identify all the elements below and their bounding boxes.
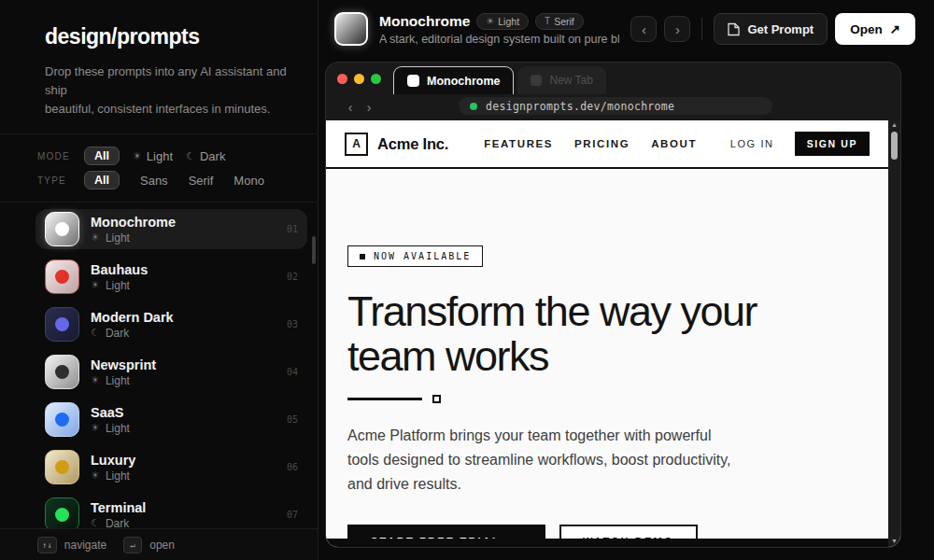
app-title: design/prompts bbox=[45, 24, 290, 49]
zoom-window-icon[interactable] bbox=[371, 74, 381, 84]
sidebar-header: design/prompts Drop these prompts into a… bbox=[0, 0, 318, 133]
theme-number: 04 bbox=[287, 367, 298, 377]
theme-number: 01 bbox=[287, 224, 298, 234]
prev-theme-button[interactable]: ‹ bbox=[630, 16, 657, 42]
login-link[interactable]: LOG IN bbox=[730, 138, 774, 149]
nav-link-features[interactable]: FEATURES bbox=[484, 138, 553, 149]
theme-number: 02 bbox=[287, 272, 298, 282]
theme-swatch-icon bbox=[45, 212, 79, 246]
theme-mode: Light bbox=[106, 469, 130, 483]
scroll-up-icon[interactable]: ▲ bbox=[891, 120, 898, 130]
detail-header: Monochrome ☀Light TSerif A stark, editor… bbox=[318, 0, 934, 58]
mode-light-label: Light bbox=[147, 149, 173, 163]
scroll-down-icon[interactable]: ▼ bbox=[891, 537, 898, 546]
light-mode-badge: ☀Light bbox=[476, 13, 529, 30]
mode-filter-all[interactable]: All bbox=[84, 147, 120, 165]
sun-icon: ☀ bbox=[91, 279, 100, 291]
theme-name: Monochrome bbox=[91, 215, 276, 230]
theme-swatch-icon bbox=[45, 307, 79, 342]
list-item-saas[interactable]: SaaS ☀Light 05 bbox=[35, 399, 307, 440]
theme-name: SaaS bbox=[91, 405, 276, 420]
theme-mode: Light bbox=[106, 279, 130, 292]
sun-icon: ☀ bbox=[91, 469, 100, 482]
swatch-dot bbox=[55, 365, 69, 379]
enter-key-icon: ↵ bbox=[123, 537, 142, 553]
page-viewport: A Acme Inc. FEATURES PRICING ABOUT LOG I… bbox=[326, 120, 900, 547]
hero-headline: Transform the way your team works bbox=[347, 289, 870, 379]
swatch-dot bbox=[55, 270, 69, 284]
signup-button[interactable]: SIGN UP bbox=[795, 132, 870, 156]
detail-description: A stark, editorial design system built o… bbox=[379, 33, 619, 46]
moon-icon: ☾ bbox=[91, 327, 100, 339]
theme-number: 07 bbox=[287, 510, 298, 520]
site-nav: A Acme Inc. FEATURES PRICING ABOUT LOG I… bbox=[326, 120, 888, 169]
url-bar[interactable]: designprompts.dev/monochrome bbox=[459, 97, 772, 115]
sun-icon: ☀ bbox=[91, 374, 100, 386]
theme-mode: Dark bbox=[106, 327, 129, 340]
preview-area: Monochrome New Tab ‹ › designprompts.dev… bbox=[318, 58, 934, 560]
sidebar-scrollbar[interactable] bbox=[312, 236, 316, 264]
theme-name: Newsprint bbox=[91, 357, 276, 372]
chevron-left-icon: ‹ bbox=[642, 21, 646, 37]
theme-number: 03 bbox=[287, 319, 298, 329]
mode-filter-light[interactable]: ☀Light bbox=[133, 149, 173, 163]
next-section-strip bbox=[326, 539, 888, 547]
theme-list: Monochrome ☀Light 01 Bauhaus ☀Light 02 M… bbox=[0, 203, 318, 560]
theme-swatch-icon bbox=[45, 497, 79, 532]
sun-icon: ☀ bbox=[486, 16, 494, 26]
serif-t-icon: T bbox=[545, 16, 550, 26]
filters: MODE All ☀Light ☾Dark TYPE All Sans Seri… bbox=[0, 133, 318, 203]
minimize-window-icon[interactable] bbox=[354, 74, 364, 84]
type-filter-mono[interactable]: Mono bbox=[234, 174, 264, 188]
theme-name: Bauhaus bbox=[91, 262, 276, 277]
open-button[interactable]: Open ↗ bbox=[835, 13, 915, 45]
theme-mode: Light bbox=[106, 422, 130, 435]
type-filter-serif[interactable]: Serif bbox=[189, 174, 214, 188]
browser-toolbar: ‹ › designprompts.dev/monochrome bbox=[326, 94, 900, 120]
hero-paragraph: Acme Platform brings your team together … bbox=[347, 424, 870, 497]
list-item-luxury[interactable]: Luxury ☀Light 06 bbox=[35, 447, 307, 487]
theme-name: Luxury bbox=[91, 453, 276, 468]
nav-link-about[interactable]: ABOUT bbox=[651, 138, 697, 149]
keyboard-hints: ↑↓ navigate ↵ open bbox=[0, 528, 318, 560]
browser-tabstrip: Monochrome New Tab bbox=[326, 63, 900, 94]
page-scrollbar[interactable]: ▲ ▼ bbox=[888, 120, 900, 547]
brand-name: Acme Inc. bbox=[377, 135, 448, 153]
tab-monochrome[interactable]: Monochrome bbox=[393, 66, 514, 94]
tab-label: New Tab bbox=[549, 74, 592, 87]
theme-mode: Light bbox=[106, 231, 130, 245]
secure-dot-icon bbox=[470, 103, 477, 110]
close-window-icon[interactable] bbox=[337, 74, 347, 84]
swatch-dot bbox=[55, 413, 69, 427]
forward-button[interactable]: › bbox=[360, 100, 378, 115]
list-item-newsprint[interactable]: Newsprint ☀Light 04 bbox=[35, 352, 307, 392]
main-panel: Monochrome ☀Light TSerif A stark, editor… bbox=[318, 0, 934, 560]
sun-icon: ☀ bbox=[91, 422, 100, 434]
mode-filter-dark[interactable]: ☾Dark bbox=[186, 149, 225, 163]
list-item-modern-dark[interactable]: Modern Dark ☾Dark 03 bbox=[35, 304, 307, 344]
list-item-monochrome[interactable]: Monochrome ☀Light 01 bbox=[35, 209, 307, 249]
nav-link-pricing[interactable]: PRICING bbox=[574, 138, 630, 149]
next-theme-button[interactable]: › bbox=[664, 16, 690, 42]
scrollbar-thumb[interactable] bbox=[891, 132, 898, 160]
theme-number: 05 bbox=[287, 414, 298, 425]
selected-theme-icon bbox=[334, 12, 368, 46]
theme-number: 06 bbox=[287, 462, 298, 472]
type-filter-all[interactable]: All bbox=[84, 171, 120, 189]
mode-filter-row: MODE All ☀Light ☾Dark bbox=[37, 144, 318, 168]
sun-icon: ☀ bbox=[91, 231, 100, 244]
type-filter-sans[interactable]: Sans bbox=[140, 174, 168, 188]
back-button[interactable]: ‹ bbox=[341, 100, 360, 115]
now-available-badge: NOW AVAILABLE bbox=[347, 245, 483, 267]
get-prompt-button[interactable]: Get Prompt bbox=[714, 13, 828, 45]
list-item-bauhaus[interactable]: Bauhaus ☀Light 02 bbox=[35, 257, 307, 297]
mode-label: MODE bbox=[37, 151, 71, 161]
acme-logo: A bbox=[345, 133, 368, 156]
open-hint-label: open bbox=[149, 539, 175, 552]
hero-section: NOW AVAILABLE Transform the way your tea… bbox=[326, 169, 900, 547]
mode-dark-label: Dark bbox=[200, 149, 225, 163]
theme-swatch-icon bbox=[45, 355, 79, 389]
moon-icon: ☾ bbox=[186, 150, 195, 162]
browser-mockup: Monochrome New Tab ‹ › designprompts.dev… bbox=[325, 62, 901, 548]
tab-new-tab[interactable]: New Tab bbox=[517, 66, 605, 94]
